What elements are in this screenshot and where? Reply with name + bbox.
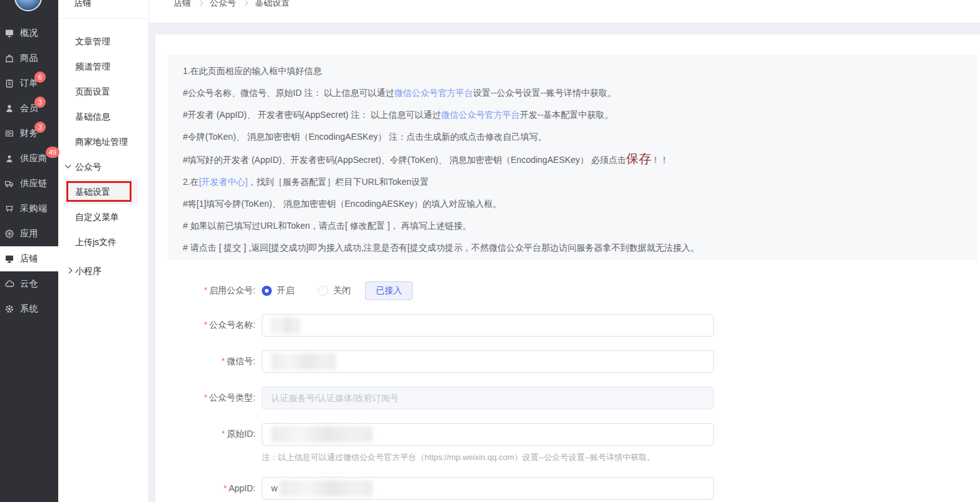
instruction-line: #公众号名称、微信号、原始ID 注： 以上信息可以通过微信公众号官方平台设置--… bbox=[183, 86, 965, 100]
breadcrumb-item-shop[interactable]: 店铺 bbox=[173, 0, 191, 9]
submenu-item-upload-js[interactable]: 上传js文件 bbox=[58, 229, 148, 254]
account-name-input[interactable] bbox=[262, 314, 714, 337]
apps-icon bbox=[4, 229, 14, 239]
sidebar-item-label: 应用 bbox=[20, 228, 38, 239]
goods-icon bbox=[4, 53, 14, 63]
instruction-line: #填写好的开发者 (AppID)、开发者密码(AppSecret)、令牌(ToK… bbox=[183, 152, 965, 167]
sidebar-item-supply-chain[interactable]: 供应链 bbox=[0, 171, 58, 196]
radio-on-label[interactable]: 开启 bbox=[277, 285, 294, 296]
submenu-item-merchant-address[interactable]: 商家地址管理 bbox=[58, 129, 148, 154]
appid-row: *AppID: w bbox=[155, 477, 980, 499]
appid-label: *AppID: bbox=[155, 483, 255, 493]
instruction-line: #开发者 (AppID)、 开发者密码(AppSecret) 注： 以上信息可以… bbox=[183, 108, 965, 122]
instruction-box: 1.在此页面相应的输入框中填好信息 #公众号名称、微信号、原始ID 注： 以上信… bbox=[168, 55, 977, 260]
instruction-line: #令牌(ToKen)、 消息加密密钥（EncodingAESKey） 注：点击生… bbox=[183, 130, 965, 144]
redacted-value bbox=[271, 426, 373, 442]
submenu-item-basic-info[interactable]: 基础信息 bbox=[58, 104, 148, 129]
submenu-group-official-account[interactable]: 公众号 bbox=[58, 154, 148, 179]
dashboard-icon bbox=[4, 28, 14, 38]
secondary-sidebar-title: 店铺 bbox=[58, 0, 148, 19]
suppliers-badge: 49 bbox=[46, 147, 59, 158]
radio-off-label[interactable]: 关闭 bbox=[333, 285, 351, 296]
chevron-right-icon bbox=[66, 268, 73, 274]
account-name-label: *公众号名称: bbox=[155, 320, 255, 331]
sidebar-item-label: 商品 bbox=[20, 53, 38, 64]
wechat-id-label: *微信号: bbox=[155, 356, 255, 367]
sidebar-item-overview[interactable]: 概况 bbox=[0, 21, 58, 46]
sidebar-item-label: 采购端 bbox=[20, 203, 48, 214]
main-content: 店铺 公众号 基础设置 1.在此页面相应的输入框中填好信息 #公众号名称、微信号… bbox=[149, 0, 980, 502]
secondary-nav: 文章管理 频道管理 页面设置 基础信息 商家地址管理 公众号 基础设置 自定义菜… bbox=[58, 29, 148, 283]
official-account-form: *启用公众号: 开启 关闭 已接入 *公众号名称: bbox=[155, 281, 980, 499]
official-platform-link[interactable]: 微信公众号官方平台 bbox=[441, 110, 520, 120]
submenu-item-article-management[interactable]: 文章管理 bbox=[58, 29, 148, 54]
sidebar-item-label: 供应链 bbox=[20, 178, 48, 189]
primary-nav: 概况 商品 订单 6 会员 3 财务 3 bbox=[0, 21, 58, 322]
orders-badge: 6 bbox=[34, 71, 46, 83]
instruction-line: 1.在此页面相应的输入框中填好信息 bbox=[183, 64, 965, 78]
wechat-id-input[interactable] bbox=[262, 350, 714, 373]
members-badge: 3 bbox=[34, 97, 46, 108]
sidebar-item-apps[interactable]: 应用 bbox=[0, 221, 58, 246]
official-platform-link[interactable]: 微信公众号官方平台 bbox=[395, 88, 473, 98]
sidebar-item-orders[interactable]: 订单 6 bbox=[0, 71, 58, 96]
sidebar-item-label: 概况 bbox=[20, 28, 38, 39]
submenu-group-mini-program[interactable]: 小程序 bbox=[58, 258, 148, 283]
instruction-line: # 请点击 [ 提交 ] ,返回[提交成功]即为接入成功,注意是否有[提交成功提… bbox=[183, 241, 965, 254]
instruction-line: #将[1]填写令牌(ToKen)、 消息加密密钥（EncodingAESKey）… bbox=[183, 197, 965, 211]
shop-avatar[interactable] bbox=[14, 0, 42, 11]
finance-badge: 3 bbox=[34, 122, 46, 133]
shop-icon bbox=[4, 254, 14, 264]
primary-sidebar: 概况 商品 订单 6 会员 3 财务 3 bbox=[0, 0, 58, 502]
original-id-input[interactable] bbox=[262, 423, 714, 446]
sidebar-item-label: 云仓 bbox=[20, 278, 38, 290]
breadcrumb-bar: 店铺 公众号 基础设置 bbox=[149, 0, 980, 23]
account-type-input[interactable] bbox=[262, 387, 714, 409]
sidebar-item-label: 供应商 bbox=[20, 153, 48, 164]
save-emphasis-text: 保存 bbox=[626, 152, 651, 165]
sidebar-item-procurement[interactable]: 采购端 bbox=[0, 196, 58, 221]
sidebar-item-finance[interactable]: 财务 3 bbox=[0, 121, 58, 146]
breadcrumb-item-official-account[interactable]: 公众号 bbox=[210, 0, 236, 9]
sidebar-item-system[interactable]: 系统 bbox=[0, 296, 58, 322]
sidebar-item-cloud-warehouse[interactable]: 云仓 bbox=[0, 271, 58, 296]
sidebar-item-label: 系统 bbox=[20, 303, 38, 315]
submenu-item-basic-settings[interactable]: 基础设置 bbox=[58, 179, 148, 204]
redacted-value bbox=[271, 353, 336, 370]
enable-label: *启用公众号: bbox=[155, 285, 255, 296]
breadcrumb-item-basic-settings: 基础设置 bbox=[255, 0, 290, 9]
appid-visible-prefix: w bbox=[271, 483, 277, 493]
submenu-item-channel-management[interactable]: 频道管理 bbox=[58, 54, 148, 79]
sidebar-item-suppliers[interactable]: 供应商 49 bbox=[0, 146, 58, 171]
supplier-icon bbox=[4, 154, 14, 164]
account-name-row: *公众号名称: bbox=[155, 314, 980, 337]
connected-status-button[interactable]: 已接入 bbox=[365, 281, 413, 300]
secondary-sidebar: 店铺 文章管理 频道管理 页面设置 基础信息 商家地址管理 公众号 基础设置 自… bbox=[58, 0, 149, 502]
sidebar-item-members[interactable]: 会员 3 bbox=[0, 96, 58, 121]
system-icon bbox=[4, 304, 14, 314]
procurement-icon bbox=[4, 204, 14, 214]
radio-enable-on[interactable] bbox=[262, 286, 272, 296]
sidebar-item-shop[interactable]: 店铺 bbox=[0, 246, 58, 271]
appid-input[interactable]: w bbox=[262, 477, 714, 499]
account-type-label: *公众号类型: bbox=[155, 392, 255, 404]
redacted-value bbox=[280, 480, 373, 496]
sidebar-item-goods[interactable]: 商品 bbox=[0, 46, 58, 71]
sidebar-item-label: 店铺 bbox=[20, 253, 38, 264]
original-id-note: 注：以上信息可以通过微信公众号官方平台（https://mp.weixin.qq… bbox=[262, 452, 980, 463]
radio-enable-off[interactable] bbox=[318, 286, 328, 296]
submenu-item-page-settings[interactable]: 页面设置 bbox=[58, 79, 148, 104]
breadcrumb: 店铺 公众号 基础设置 bbox=[173, 0, 290, 9]
submenu-item-custom-menu[interactable]: 自定义菜单 bbox=[58, 204, 148, 229]
original-id-label: *原始ID: bbox=[155, 429, 255, 440]
redacted-value bbox=[271, 317, 300, 333]
developer-center-link[interactable]: [开发者中心] bbox=[199, 177, 248, 187]
wechat-id-row: *微信号: bbox=[155, 350, 980, 373]
account-type-row: *公众号类型: bbox=[155, 387, 980, 409]
settings-panel: 1.在此页面相应的输入框中填好信息 #公众号名称、微信号、原始ID 注： 以上信… bbox=[155, 34, 980, 502]
finance-icon bbox=[4, 128, 14, 139]
breadcrumb-separator-icon bbox=[243, 1, 248, 6]
cloud-icon bbox=[4, 279, 14, 289]
enable-row: *启用公众号: 开启 关闭 已接入 bbox=[155, 281, 980, 300]
breadcrumb-separator-icon bbox=[198, 1, 203, 6]
